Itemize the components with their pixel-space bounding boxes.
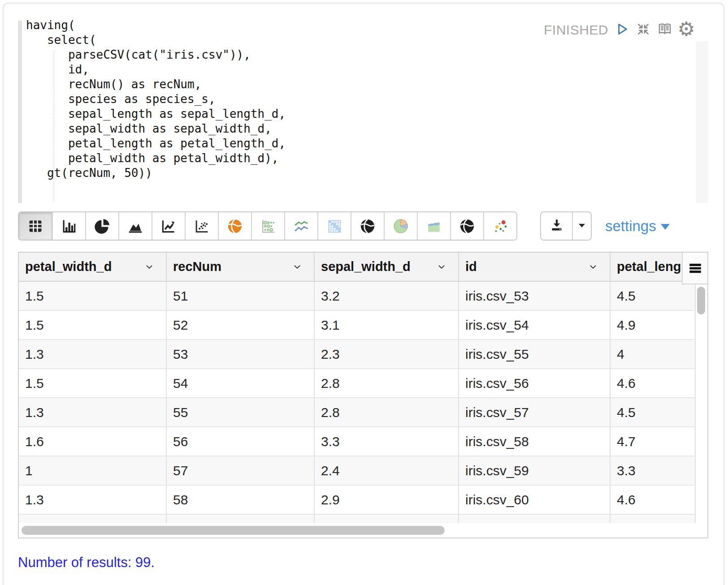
- grid-menu-icon: [688, 261, 703, 276]
- table-cell: 56: [167, 427, 315, 456]
- chart-type-globe-dark-2-button[interactable]: [450, 212, 483, 240]
- table-row: 1.6563.3iris.csv_584.7: [19, 426, 696, 456]
- column-header-label: petal_width_d: [25, 259, 112, 274]
- table-cell: 3.3: [315, 427, 459, 456]
- download-button[interactable]: [541, 212, 572, 240]
- table-header-row: petal_width_drecNumsepal_width_didpetal_…: [19, 253, 707, 282]
- bubble-matrix-icon: [260, 218, 277, 235]
- chart-type-heatmap-grid-button[interactable]: [317, 212, 351, 240]
- table-cell: 53: [167, 340, 315, 368]
- table-cell: iris.csv_55: [459, 340, 611, 368]
- editor-scrollbar-track[interactable]: [696, 41, 708, 203]
- table-cell: 2.4: [315, 456, 459, 485]
- table-cell: iris.csv_59: [459, 456, 611, 485]
- table-cell: 1.3: [19, 340, 167, 368]
- chevron-down-icon[interactable]: [437, 262, 446, 272]
- table-cell: 3.2: [315, 282, 459, 310]
- heatmap-grid-icon: [326, 218, 343, 235]
- table-row: 1.3582.9iris.csv_604.6: [19, 485, 696, 514]
- download-icon: [549, 218, 564, 235]
- table-cell: 4.5: [611, 282, 696, 310]
- gear-icon[interactable]: ⚙: [678, 21, 695, 38]
- chart-type-line-chart-button[interactable]: [152, 212, 185, 240]
- table-cell: 52: [167, 311, 315, 339]
- chart-type-pie-chart-button[interactable]: [85, 212, 118, 240]
- table-icon: [27, 218, 44, 235]
- results-count: Number of results: 99.: [18, 555, 155, 571]
- table-cell: 4.7: [611, 427, 696, 456]
- column-header-sepal_width_d[interactable]: sepal_width_d: [315, 253, 459, 281]
- globe-dark-2-icon: [459, 218, 476, 235]
- table-cell: 1.3: [19, 486, 167, 514]
- table-cell: [167, 515, 315, 524]
- chevron-down-icon[interactable]: [588, 262, 598, 272]
- line-chart-icon: [160, 218, 177, 235]
- table-cell: 1: [19, 456, 167, 485]
- table-row: 1.5513.2iris.csv_534.5: [19, 282, 696, 310]
- table-cell: iris.csv_53: [459, 282, 611, 310]
- globe-dark-icon: [359, 218, 376, 235]
- chevron-down-icon[interactable]: [292, 262, 302, 272]
- table-cell: 54: [167, 369, 315, 397]
- pie-chart-icon: [94, 218, 111, 235]
- compress-icon[interactable]: [635, 21, 652, 38]
- download-options-button[interactable]: [572, 212, 591, 240]
- table-cell: 51: [167, 282, 315, 310]
- code-editor[interactable]: having( select( parseCSV(cat("iris.csv")…: [26, 18, 645, 181]
- chart-type-multi-line-chart-button[interactable]: [284, 212, 317, 240]
- grid-menu-button[interactable]: [682, 253, 707, 284]
- column-header-label: sepal_width_d: [321, 259, 411, 274]
- table-cell: 4.6: [611, 369, 696, 397]
- table-cell: iris.csv_60: [459, 486, 611, 514]
- area-chart-icon: [127, 218, 144, 235]
- download-split-button: [540, 211, 592, 241]
- table-row: [19, 514, 696, 524]
- table-cell: 3.3: [611, 456, 696, 485]
- column-header-label: id: [465, 259, 477, 274]
- chevron-down-icon[interactable]: [144, 262, 154, 272]
- chart-type-globe-orange-button[interactable]: [218, 212, 251, 240]
- table-cell: iris.csv_54: [459, 311, 611, 339]
- table-cell: 4.6: [611, 486, 696, 514]
- chart-type-bar-chart-button[interactable]: [52, 212, 85, 240]
- column-header-label: petal_leng: [617, 259, 681, 274]
- caret-down-icon: [661, 224, 670, 230]
- table-cell: [459, 515, 611, 524]
- table-row: 1.5542.8iris.csv_564.6: [19, 368, 696, 397]
- column-header-id[interactable]: id: [459, 253, 611, 281]
- chart-type-table-button[interactable]: [19, 212, 52, 240]
- table-cell: 2.8: [315, 369, 459, 397]
- table-row: 1572.4iris.csv_593.3: [19, 456, 696, 485]
- play-icon[interactable]: [613, 21, 630, 38]
- horizontal-scrollbar-track[interactable]: [19, 523, 707, 538]
- paragraph-controls: ⚙: [613, 21, 695, 38]
- chart-type-bubble-matrix-button[interactable]: [251, 212, 284, 240]
- table-cell: 55: [167, 398, 315, 426]
- chart-type-color-scatter-button[interactable]: [483, 212, 516, 240]
- book-icon[interactable]: [656, 21, 673, 38]
- table-cell: 1.5: [19, 369, 167, 397]
- settings-link[interactable]: settings: [605, 211, 670, 241]
- settings-label: settings: [605, 218, 656, 235]
- column-header-recNum[interactable]: recNum: [167, 253, 315, 281]
- chart-type-globe-dark-button[interactable]: [351, 212, 384, 240]
- pastel-pie-icon: [392, 218, 409, 235]
- zeppelin-paragraph: having( select( parseCSV(cat("iris.csv")…: [0, 0, 728, 585]
- table-cell: iris.csv_58: [459, 427, 611, 456]
- chart-type-pastel-pie-button[interactable]: [384, 212, 417, 240]
- table-cell: 57: [167, 456, 315, 485]
- table-cell: 1.5: [19, 282, 167, 310]
- color-scatter-icon: [492, 218, 509, 235]
- chart-type-scatter-plot-button[interactable]: [185, 212, 218, 240]
- vertical-scrollbar-thumb[interactable]: [697, 287, 705, 314]
- column-header-label: recNum: [173, 259, 221, 274]
- chart-type-area-chart-button[interactable]: [118, 212, 152, 240]
- status-badge: FINISHED: [544, 22, 608, 38]
- table-cell: 4.9: [611, 311, 696, 339]
- table-cell: 4: [611, 340, 696, 368]
- column-header-petal_width_d[interactable]: petal_width_d: [19, 253, 167, 281]
- horizontal-scrollbar-thumb[interactable]: [22, 526, 445, 535]
- pastel-area-icon: [425, 218, 442, 235]
- table-row: 1.3532.3iris.csv_554: [19, 339, 696, 368]
- chart-type-pastel-area-button[interactable]: [417, 212, 450, 240]
